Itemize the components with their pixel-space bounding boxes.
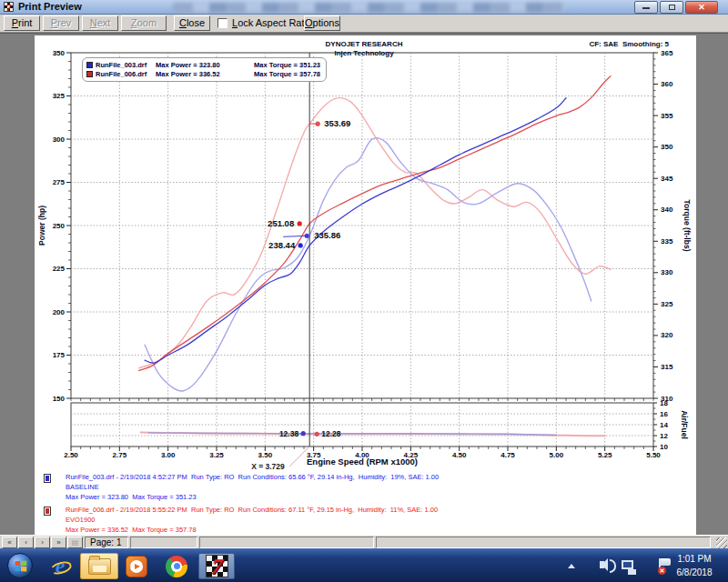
status-panel [376,537,711,548]
preview-page: 2.502.753.003.253.503.754.004.254.504.75… [35,35,696,536]
svg-text:335.86: 335.86 [314,230,340,240]
svg-text:325: 325 [53,92,66,100]
svg-text:12.28: 12.28 [321,429,341,438]
svg-text:175: 175 [53,351,66,359]
svg-text:5.00: 5.00 [550,451,564,459]
print-button[interactable]: Print [4,15,40,31]
close-window-button[interactable]: ✕ [685,1,718,14]
svg-text:12: 12 [660,432,668,440]
svg-text:340: 340 [661,206,673,214]
status-panel [199,537,374,548]
winpep7-icon: 7 [206,555,228,577]
taskbar: e 7 ✕ 1:01 PM 6/8/2018 [0,548,728,582]
taskbar-item-media-player[interactable] [122,553,151,579]
chrome-icon [166,556,187,577]
chart-legend: RunFile_003.drf Max Power = 323.80 Max T… [82,57,327,82]
lock-aspect-ratio-label: Lock Aspect Ratio [232,17,312,28]
close-button[interactable]: Close [174,15,210,31]
svg-text:238.44: 238.44 [268,240,296,250]
svg-text:5.50: 5.50 [646,451,661,459]
statusbar: « ‹ › » ▤ Page: 1 [0,535,728,548]
taskbar-item-windows-explorer[interactable] [80,553,118,579]
taskbar-item-internet-explorer[interactable]: e [46,553,75,579]
svg-text:4.75: 4.75 [500,451,515,459]
first-page-button[interactable]: « [2,537,17,548]
svg-text:350: 350 [661,143,673,151]
next-page-button[interactable]: › [35,537,50,548]
action-center-alert-badge: ✕ [658,567,666,575]
svg-text:3.00: 3.00 [161,451,176,459]
last-page-button[interactable]: » [51,537,66,548]
svg-text:Torque (ft-lbs): Torque (ft-lbs) [682,200,692,252]
restore-button[interactable] [660,1,683,14]
internet-explorer-icon: e [48,555,72,578]
chart-subtitle: Injen Technology [273,49,455,57]
svg-text:Air/Fuel: Air/Fuel [680,410,689,439]
folder-icon [88,558,111,575]
system-tray: ✕ 1:01 PM 6/8/2018 [491,549,728,582]
svg-text:275: 275 [53,178,66,186]
chart-correction-label: CF: SAE Smoothing: 5 [589,40,669,48]
svg-text:315: 315 [661,363,673,371]
run-swatch-red [44,507,51,516]
resize-grip[interactable] [716,537,727,548]
next-button[interactable]: Next [82,15,118,31]
svg-text:225: 225 [53,265,66,273]
status-panel [130,537,197,548]
svg-text:250: 250 [53,222,66,230]
hidden-icons-arrow-icon[interactable] [568,564,575,568]
prev-page-button[interactable]: ‹ [18,537,34,548]
svg-text:330: 330 [661,268,673,276]
page-number-panel: Page: 1 [85,537,128,548]
svg-text:14: 14 [660,421,668,429]
clock-time: 1:01 PM [668,552,721,566]
toolbar: Print Prev Next Zoom Out Close Lock Aspe… [0,15,728,33]
svg-text:3.50: 3.50 [258,451,273,459]
svg-text:4.50: 4.50 [452,451,467,459]
svg-text:2.50: 2.50 [64,451,78,459]
network-icon[interactable] [622,560,633,569]
svg-text:200: 200 [53,308,66,316]
options-button[interactable]: Options [304,15,340,31]
print-preview-area: 2.502.753.003.253.503.754.004.254.504.75… [0,33,728,535]
taskbar-clock[interactable]: 1:01 PM 6/8/2018 [668,552,721,579]
start-button[interactable] [7,553,33,578]
lock-aspect-ratio-checkbox[interactable] [217,18,228,28]
svg-text:18: 18 [660,399,668,407]
taskbar-item-winpep7[interactable]: 7 [198,553,235,579]
chart-company-title: DYNOJET RESEARCH [273,40,455,48]
prev-button[interactable]: Prev [43,15,79,31]
svg-text:345: 345 [661,175,673,183]
svg-text:150: 150 [53,395,66,403]
window-title: Print Preview [18,1,82,12]
svg-text:Engine Speed (RPM x1000): Engine Speed (RPM x1000) [307,457,418,467]
windows-logo-icon [15,561,27,572]
speaker-icon[interactable] [600,561,604,568]
svg-text:10: 10 [660,443,668,451]
svg-text:16: 16 [660,410,668,418]
zoom-out-button[interactable]: Zoom Out [121,15,167,31]
svg-text:360: 360 [661,80,673,88]
titlebar-redacted-text [173,3,564,12]
page-setup-button[interactable]: ▤ [67,537,83,548]
svg-text:300: 300 [53,135,66,144]
svg-text:355: 355 [661,112,673,120]
svg-text:251.08: 251.08 [268,218,294,228]
run-swatch-blue [44,474,51,483]
titlebar: 7 Print Preview ✕ [0,0,728,15]
taskbar-item-chrome[interactable] [162,553,191,579]
screen: 7 Print Preview ✕ Print Prev Next Zoom O… [0,0,728,582]
legend-swatch-blue [86,62,93,68]
svg-text:3.25: 3.25 [209,451,224,459]
svg-text:335: 335 [661,237,673,246]
svg-text:320: 320 [661,331,673,339]
svg-text:353.69: 353.69 [324,118,350,128]
svg-text:2.75: 2.75 [113,451,127,459]
svg-text:X = 3.729: X = 3.729 [251,462,285,471]
svg-text:Power (hp): Power (hp) [37,206,46,246]
svg-text:365: 365 [661,49,673,57]
dyno-chart: 2.502.753.003.253.503.754.004.254.504.75… [35,35,696,536]
minimize-button[interactable] [634,1,658,14]
legend-row-baseline: RunFile_003.drf Max Power = 323.80 Max T… [86,60,320,69]
gridlines [71,53,653,447]
